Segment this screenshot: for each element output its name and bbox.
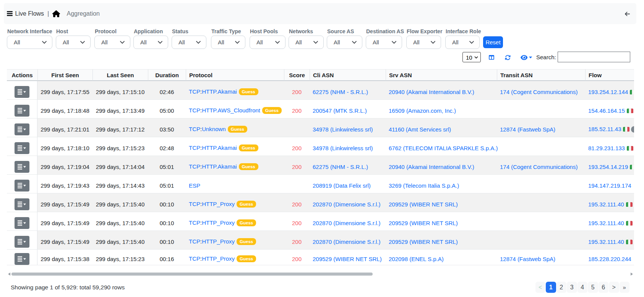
search-input[interactable] [558,52,630,62]
arrow-left-icon[interactable] [624,11,631,17]
hscroll-thumb[interactable] [11,273,373,276]
pagination-page-3-button[interactable]: 3 [567,282,577,293]
pagination-page-1-button[interactable]: 1 [546,282,556,293]
cli-asn-link[interactable]: 34978 (Linkwireless srl) [313,126,373,133]
filter-select-protocol[interactable]: All [94,36,130,49]
filter-select-network-interface[interactable]: All [7,36,52,49]
filter-select-traffic-type[interactable]: All [211,36,245,49]
filter-select-source-as[interactable]: All [327,36,362,49]
row-actions-button[interactable] [15,86,29,98]
caret-down-icon[interactable] [529,57,532,58]
refresh-icon[interactable] [504,55,511,60]
filter-select-application[interactable]: All [133,36,168,49]
protocol-l4-link[interactable]: TCP [189,88,200,95]
flow-ip-link[interactable]: 185.52.11.43 [588,126,621,132]
column-header-score[interactable]: Score [284,69,310,81]
cli-asn-link[interactable]: 202870 (Dimensione S.r.l.) [313,220,381,226]
protocol-l4-link[interactable]: TCP [189,255,200,262]
table-columns-icon[interactable] [488,55,495,60]
flow-ip-link[interactable]: 154.46.164.15 [588,107,625,114]
protocol-app-link[interactable]: Unknown [202,126,226,132]
srv-asn-link[interactable]: 209529 (WIBER NET SRL) [389,239,458,245]
protocol-app-link[interactable]: HTTP_Proxy [202,255,235,262]
pagination-page-6-button[interactable]: 6 [599,282,609,293]
protocol-l4-link[interactable]: ESP [189,182,200,189]
protocol-app-link[interactable]: HTTP.Akamai [202,144,237,151]
transit-asn-link[interactable]: 174 (Cogent Communications) [500,164,577,170]
flow-ip-link[interactable]: 193.254.14.219 [588,164,628,170]
cli-asn-link[interactable]: 209529 (WIBER NET SRL) [313,256,382,262]
row-actions-button[interactable] [15,161,29,173]
transit-asn-link[interactable]: 12874 (Fastweb SpA) [500,256,555,262]
column-header-cli-asn[interactable]: Cli ASN [310,69,386,81]
cli-asn-link[interactable]: 62275 (NHM - S.R.L.) [313,89,368,95]
menu-hamburger-icon[interactable] [7,11,13,16]
srv-asn-link[interactable]: 16509 (Amazon.com, Inc.) [389,107,456,114]
pagination-page-2-button[interactable]: 2 [556,282,567,293]
flow-ip-link[interactable]: 185.228.220.244 [588,256,631,262]
pagination-next-button[interactable]: > [609,282,619,293]
cli-asn-link[interactable]: 34978 (Linkwireless srl) [313,145,373,151]
column-header-first-seen[interactable]: First Seen [37,69,92,81]
pagination-page-5-button[interactable]: 5 [588,282,598,293]
column-header-transit-asn[interactable]: Transit ASN [497,69,585,81]
transit-asn-link[interactable]: 174 (Cogent Communications) [500,89,577,95]
cli-asn-link[interactable]: 202870 (Dimensione S.r.l.) [313,201,381,208]
reset-filters-button[interactable]: Reset [483,36,503,48]
flow-ip-link[interactable]: 81.29.231.133 [588,145,625,151]
srv-asn-link[interactable]: 202098 (ENEL S.p.A) [389,256,444,262]
protocol-app-link[interactable]: HTTP_Proxy [202,238,235,245]
cli-asn-link[interactable]: 62275 (NHM - S.R.L.) [313,164,368,170]
column-header-flow[interactable]: Flow [585,69,634,81]
protocol-l4-link[interactable]: TCP [189,107,200,114]
flow-ip-link[interactable]: 193.254.12.144 [588,89,628,95]
row-actions-button[interactable] [15,180,29,192]
hscroll-right-arrow[interactable] [631,273,633,276]
filter-select-interface-role[interactable]: All [445,36,480,49]
filter-select-flow-exporter[interactable]: All [406,36,441,49]
srv-asn-link[interactable]: 20940 (Akamai International B.V.) [389,164,474,170]
row-actions-button[interactable] [15,142,29,154]
filter-select-host-pools[interactable]: All [250,36,286,49]
protocol-app-link[interactable]: HTTP.AWS_Cloudfront [202,107,260,114]
column-header-protocol[interactable]: Protocol [186,69,284,81]
protocol-app-link[interactable]: HTTP.Akamai [202,88,237,95]
protocol-app-link[interactable]: HTTP_Proxy [202,219,235,226]
protocol-l4-link[interactable]: TCP [189,201,200,207]
flow-ip-link[interactable]: 195.32.111.40 [588,220,624,226]
srv-asn-link[interactable]: 209529 (WIBER NET SRL) [389,220,458,226]
row-actions-button[interactable] [15,236,29,248]
pagination-last-button[interactable]: » [620,282,630,293]
page-size-select[interactable]: 10 [462,52,481,62]
cli-asn-link[interactable]: 200547 (MTK S.R.L.) [313,107,367,114]
cli-asn-link[interactable]: 208919 (Data Felix srl) [313,182,371,189]
srv-asn-link[interactable]: 41160 (Amt Services srl) [389,126,451,133]
hscroll-left-arrow[interactable] [8,273,10,276]
srv-asn-link[interactable]: 6762 (TELECOM ITALIA SPARKLE S.p.A.) [389,145,498,151]
column-header-duration[interactable]: Duration [148,69,186,81]
protocol-l4-link[interactable]: TCP [189,219,200,226]
row-actions-button[interactable] [15,198,29,210]
filter-select-status[interactable]: All [172,36,206,49]
flow-ip-link[interactable]: 195.32.111.40 [588,201,624,208]
cli-asn-link[interactable]: 202870 (Dimensione S.r.l.) [313,239,381,245]
protocol-app-link[interactable]: HTTP.Akamai [202,163,237,170]
pagination-page-4-button[interactable]: 4 [577,282,588,293]
home-icon[interactable] [52,10,60,17]
srv-asn-link[interactable]: 20940 (Akamai International B.V.) [389,89,474,95]
protocol-app-link[interactable]: HTTP_Proxy [202,201,235,207]
filter-select-host[interactable]: All [56,36,91,49]
srv-asn-link[interactable]: 3269 (Telecom Italia S.p.A.) [389,182,459,189]
row-actions-button[interactable] [15,253,29,265]
protocol-l4-link[interactable]: TCP [189,238,200,245]
eye-icon[interactable] [521,55,528,60]
row-actions-button[interactable] [15,217,29,229]
column-header-actions[interactable]: Actions [7,69,37,81]
flow-ip-link[interactable]: 195.32.111.40 [588,239,624,245]
row-actions-button[interactable] [15,123,29,135]
filter-select-destination-as[interactable]: All [366,36,402,49]
row-actions-button[interactable] [15,105,29,117]
transit-asn-link[interactable]: 12874 (Fastweb SpA) [500,126,555,133]
filter-select-networks[interactable]: All [289,36,324,49]
protocol-l4-link[interactable]: TCP [189,163,200,170]
